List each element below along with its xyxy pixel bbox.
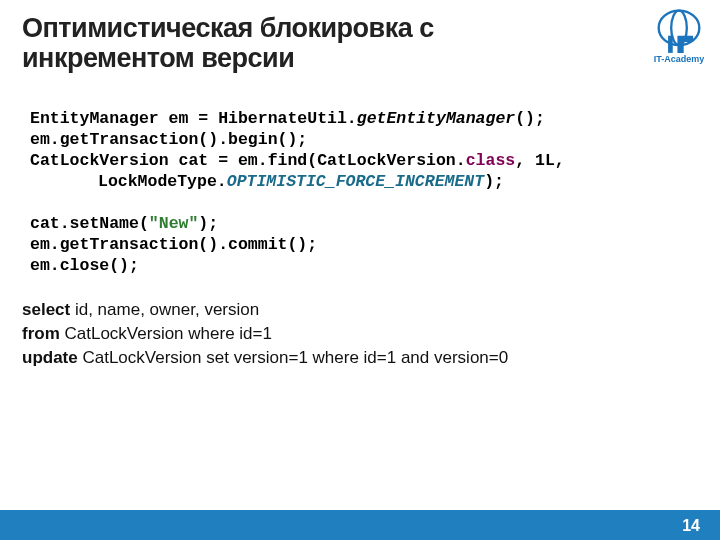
page-number: 14	[682, 517, 700, 535]
sql-block: select id, name, owner, version from Cat…	[22, 298, 508, 370]
logo-label: IT-Academy	[654, 54, 705, 64]
code-line-1: EntityManager em = HibernateUtil.getEnti…	[30, 109, 545, 128]
code-line-3b: LockModeType.OPTIMISTIC_FORCE_INCREMENT)…	[98, 171, 565, 192]
footer-bar: 14	[0, 510, 720, 540]
sql-line-1: select id, name, owner, version	[22, 298, 508, 322]
code-line-6: em.close();	[30, 256, 139, 275]
code-line-5: em.getTransaction().commit();	[30, 235, 317, 254]
sql-line-2: from CatLockVersion where id=1	[22, 322, 508, 346]
logo-icon	[654, 6, 704, 56]
slide: Оптимистическая блокировка с инкрементом…	[0, 0, 720, 540]
code-line-3: CatLockVersion cat = em.find(CatLockVers…	[30, 151, 565, 170]
page-title: Оптимистическая блокировка с инкрементом…	[22, 14, 610, 73]
code-block: EntityManager em = HibernateUtil.getEnti…	[30, 108, 565, 276]
sql-line-3: update CatLockVersion set version=1 wher…	[22, 346, 508, 370]
logo: IT-Academy	[648, 6, 710, 68]
code-line-2: em.getTransaction().begin();	[30, 130, 307, 149]
code-line-4: cat.setName("New");	[30, 214, 218, 233]
svg-rect-2	[668, 36, 673, 53]
